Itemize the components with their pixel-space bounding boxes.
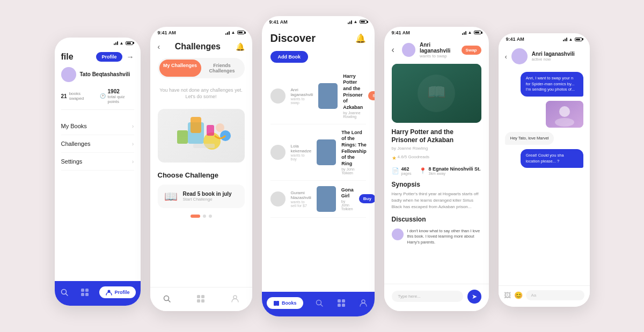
- tab-friends-challenges[interactable]: Friends Challenges: [201, 60, 243, 77]
- chat-type-input[interactable]: Aa: [526, 290, 584, 300]
- book2-cover: [317, 139, 336, 165]
- nav-profile-2[interactable]: [229, 293, 241, 305]
- menu-item-challenges[interactable]: Challenges ›: [61, 135, 134, 153]
- battery-icon-5: [575, 38, 582, 41]
- user-avatar-row: Tato Beqtashashvili: [61, 67, 134, 82]
- nav-profile-active-1[interactable]: Profile: [99, 286, 136, 298]
- svg-text:📖: 📖: [427, 83, 445, 101]
- book3-author: by John Tolkien: [341, 200, 354, 211]
- carousel-dots: [158, 215, 245, 218]
- book2-action: wants to buy: [291, 153, 312, 161]
- discover-title: Discover: [270, 32, 316, 45]
- nav-grid-1[interactable]: [79, 286, 91, 298]
- phone-book-detail: 9:41 AM ▲ ‹ Anri laganashvili wants to s…: [384, 27, 489, 311]
- location-value: 8 Egnate Ninoshvili St.: [429, 166, 481, 172]
- discussion-item: I don't know what to say other than I lo…: [392, 228, 481, 246]
- book3-buy-button[interactable]: Buy: [359, 194, 375, 203]
- synopsis-title: Synopsis: [392, 181, 481, 188]
- phone-challenges: 9:41 AM ▲ ‹ Challenges 🔔 My Challenges F…: [150, 27, 252, 311]
- book3-cover: [317, 186, 336, 212]
- status-bar-4: 9:41 AM ▲: [384, 27, 489, 36]
- stats-row: 21 books swaped 🕐 1902 total quiz points: [61, 88, 134, 110]
- chat-user-name: Anri laganashvili: [532, 51, 575, 57]
- type-input[interactable]: Type here...: [392, 291, 463, 302]
- wifi-icon: ▲: [120, 41, 124, 46]
- discussion-title: Discussion: [392, 216, 481, 223]
- book3-username: Gurami Niazashvili: [291, 190, 311, 200]
- book2-author: by John Tolkien: [341, 167, 367, 175]
- svg-rect-2: [81, 289, 84, 292]
- pages-icon: 📄: [392, 167, 399, 174]
- nav-search-3[interactable]: [313, 297, 325, 309]
- detail-swap-button[interactable]: Swap: [462, 46, 481, 55]
- menu-label-challenges: Challenges: [61, 141, 91, 147]
- svg-point-35: [559, 106, 570, 117]
- user-display-name: Tato Beqtashashvili: [80, 71, 130, 77]
- nav-search-2[interactable]: [161, 293, 173, 305]
- bell-icon-2[interactable]: 🔔: [236, 42, 245, 51]
- detail-user-info: Anri laganashvili wants to swap: [420, 42, 462, 58]
- svg-rect-18: [201, 295, 204, 298]
- message-text-1: Anri, I want to swap your n for Spider-m…: [526, 76, 575, 92]
- logout-icon[interactable]: →: [127, 53, 134, 61]
- profile-nav-label: Profile: [114, 290, 129, 295]
- detail-book-title: Harry Potter and the Prisoner of Azkaban: [392, 128, 481, 145]
- status-bar-2: 9:41 AM ▲: [150, 27, 252, 36]
- menu-item-mybooks[interactable]: My Books ›: [61, 117, 134, 135]
- book1-title: Harry Potter and the Prisoner of Azkaban: [343, 73, 363, 111]
- book1-author: by Joanne Rowling: [343, 111, 363, 119]
- svg-rect-27: [342, 299, 345, 303]
- book1-swap-button[interactable]: Swap: [368, 91, 374, 100]
- chevron-icon-challenges: ›: [132, 141, 134, 147]
- svg-rect-20: [201, 299, 204, 303]
- book-detail-user-row: ‹ Anri laganashvili wants to swap: [392, 42, 462, 58]
- status-time-2: 9:41 AM: [158, 30, 176, 35]
- chevron-icon-mybooks: ›: [132, 123, 134, 129]
- nav-profile-3[interactable]: [357, 297, 369, 309]
- stat-location: 📍 8 Egnate Ninoshvili St. 3km away: [419, 166, 481, 175]
- image-icon[interactable]: 🖼: [504, 291, 511, 299]
- empty-challenges-msg: You have not done any challenges yet. Le…: [158, 87, 245, 100]
- challenge-subtitle: Start Challenge: [183, 197, 232, 202]
- tab-my-challenges[interactable]: My Challenges: [159, 60, 201, 77]
- nav-books-active[interactable]: Books: [267, 297, 303, 309]
- svg-rect-8: [191, 117, 201, 133]
- profile-button[interactable]: Profile: [96, 52, 122, 62]
- send-button[interactable]: ➤: [467, 290, 481, 304]
- quiz-points-label: total quiz points: [108, 94, 134, 104]
- stat-quiz-points: 🕐 1902 total quiz points: [100, 88, 134, 104]
- bottom-nav-2: [150, 287, 252, 311]
- profile-title: file: [61, 52, 74, 62]
- emoji-icon[interactable]: 😊: [514, 291, 523, 299]
- challenge-title: Read 5 book in july: [183, 191, 232, 197]
- back-button-4[interactable]: ‹: [392, 45, 394, 55]
- svg-rect-19: [197, 299, 200, 303]
- books-nav-label: Books: [282, 300, 297, 306]
- nav-search-1[interactable]: [58, 286, 70, 298]
- svg-point-30: [362, 300, 365, 303]
- svg-rect-3: [85, 289, 89, 292]
- discussion-avatar: [392, 228, 404, 240]
- location-icon: 📍: [419, 167, 427, 174]
- user-avatar-book3: [270, 191, 286, 206]
- challenges-page-title: Challenges: [175, 42, 221, 51]
- message-recv-1: Hey Tato, love Marvel: [505, 132, 554, 145]
- menu-item-settings[interactable]: Settings ›: [61, 153, 134, 171]
- user-avatar-book1: [270, 88, 286, 104]
- signal-icon-4: [462, 31, 466, 35]
- back-button-5[interactable]: ‹: [505, 53, 507, 61]
- detail-user-action: wants to swap: [420, 54, 462, 58]
- challenge-card[interactable]: 📖 Read 5 book in july Start Challenge: [158, 185, 245, 208]
- status-icons-5: ▲: [563, 37, 582, 42]
- back-button-2[interactable]: ‹: [158, 42, 160, 51]
- nav-grid-3[interactable]: [335, 297, 347, 309]
- synopsis-text: Harry Potter's third year at Hogwarts st…: [392, 191, 481, 210]
- challenge-toggle-row: My Challenges Friends Challenges: [158, 58, 245, 78]
- signal-icon-2: [225, 31, 230, 35]
- bell-icon-3[interactable]: 🔔: [355, 33, 366, 43]
- add-book-button[interactable]: Add Book: [270, 51, 309, 63]
- profile-header: file Profile →: [61, 52, 134, 62]
- book2-username: Lola kekenadze: [291, 144, 312, 153]
- nav-grid-2[interactable]: [195, 293, 207, 305]
- book2-title: The Lord of the Rings: The Fellowship of…: [341, 130, 367, 167]
